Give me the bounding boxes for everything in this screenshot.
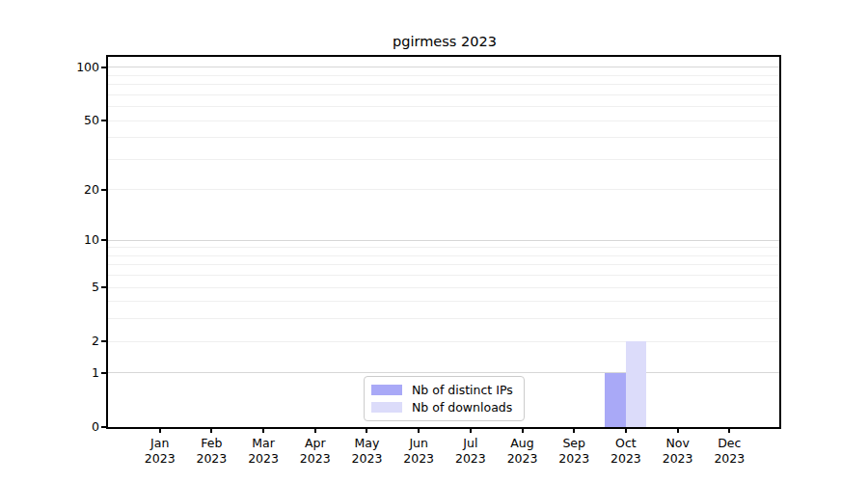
bar-nb-of-downloads-oct: [626, 341, 647, 427]
gridline-minor: [108, 301, 781, 302]
gridline-minor: [108, 318, 781, 319]
y-tick-mark: [101, 372, 108, 374]
gridline-minor: [108, 275, 781, 276]
gridline-minor: [108, 94, 781, 95]
legend-item-distinct-ips: Nb of distinct IPs: [371, 383, 524, 397]
gridline-minor: [108, 106, 781, 107]
y-tick-label: 50: [37, 114, 99, 127]
gridline-minor: [108, 341, 781, 342]
chart-title: pgirmess 2023: [108, 34, 781, 53]
gridline-minor: [108, 264, 781, 265]
x-tick-mark: [573, 427, 575, 433]
gridline-major: [108, 240, 781, 241]
x-tick-mark: [418, 427, 420, 433]
bar-nb-of-distinct-ips-oct: [605, 373, 626, 427]
y-tick-label: 0: [37, 420, 99, 434]
y-tick-label: 10: [37, 233, 99, 247]
x-tick-label-month: Dec: [698, 436, 760, 451]
gridline-major: [108, 372, 781, 373]
y-tick-label: 2: [37, 335, 99, 348]
y-tick-mark: [101, 67, 108, 68]
legend-item-downloads: Nb of downloads: [371, 400, 524, 415]
gridline-minor: [108, 287, 781, 288]
gridline-minor: [108, 120, 781, 121]
y-tick-mark: [101, 426, 108, 428]
x-tick-mark: [677, 427, 679, 433]
gridline-minor: [108, 189, 781, 190]
y-tick-mark: [101, 340, 108, 342]
gridline-minor: [108, 159, 781, 160]
gridline-major: [108, 67, 781, 67]
legend-swatch-downloads: [371, 402, 402, 413]
y-tick-mark: [101, 239, 108, 241]
legend-swatch-distinct-ips: [371, 385, 402, 395]
legend-label-downloads: Nb of downloads: [412, 400, 512, 415]
gridline-minor: [108, 247, 781, 248]
y-tick-mark: [101, 189, 108, 191]
y-tick-mark: [101, 120, 108, 121]
gridline-minor: [108, 137, 781, 138]
x-tick-mark: [522, 427, 524, 433]
legend-label-distinct-ips: Nb of distinct IPs: [412, 383, 513, 397]
x-tick-mark: [625, 427, 627, 433]
x-tick-mark: [262, 427, 264, 433]
x-tick-mark: [728, 427, 730, 433]
x-tick-label: Dec2023: [698, 436, 760, 467]
x-tick-mark: [314, 427, 316, 433]
y-tick-label: 100: [37, 61, 99, 74]
x-tick-mark: [366, 427, 367, 433]
y-tick-label: 5: [37, 281, 99, 294]
x-tick-mark: [470, 427, 472, 433]
legend: Nb of distinct IPs Nb of downloads: [364, 376, 525, 421]
plot-area: [108, 57, 781, 427]
gridline-minor: [108, 84, 781, 85]
gridline-minor: [108, 255, 781, 256]
x-tick-label-year: 2023: [698, 451, 760, 467]
y-tick-label: 20: [37, 183, 99, 197]
x-tick-mark: [159, 427, 161, 433]
y-tick-mark: [101, 286, 108, 288]
gridline-minor: [108, 75, 781, 76]
chart-figure: pgirmess 2023 0125102050100Jan2023Feb202…: [0, 0, 868, 482]
y-tick-label: 1: [37, 366, 99, 380]
x-tick-mark: [210, 427, 212, 433]
